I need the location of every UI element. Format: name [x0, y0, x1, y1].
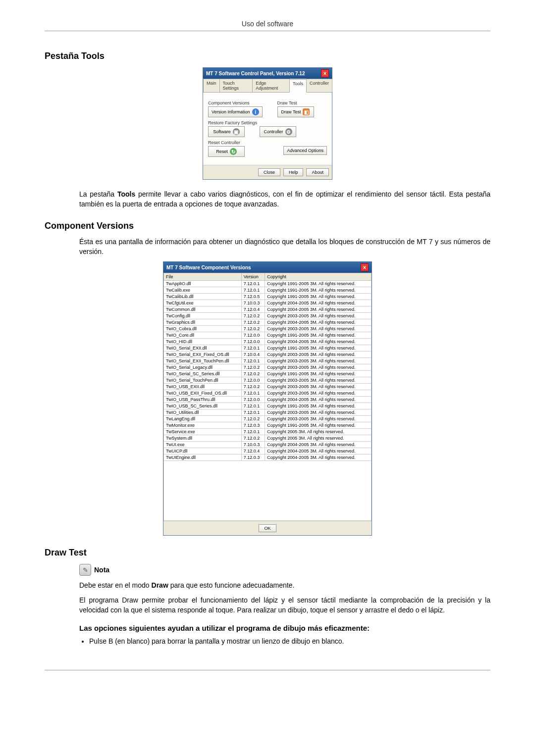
- cell-copyright: Copyright 2004-2005 3M. All rights reser…: [265, 454, 372, 461]
- help-button[interactable]: Help: [283, 168, 304, 176]
- window-footer: OK: [163, 521, 372, 535]
- cell-file: TwConfig.dll: [164, 313, 242, 319]
- table-row[interactable]: TwUI.exe7.10.0.3Copyright 2004-2005 3M. …: [164, 442, 372, 448]
- table-row[interactable]: TwCalib.exe7.12.0.1Copyright 1991-2005 3…: [164, 287, 372, 294]
- group-reset-controller: Reset Controller: [208, 140, 327, 145]
- button-label: Version Information: [212, 109, 250, 114]
- col-copyright[interactable]: Copyright: [265, 273, 372, 281]
- table-row[interactable]: TwCalibLib.dll7.12.0.5Copyright 1991-200…: [164, 294, 372, 300]
- ok-button[interactable]: OK: [259, 524, 276, 532]
- cell-version: 7.12.0.1: [241, 429, 265, 435]
- cell-copyright: Copyright 2003-2005 3M. All rights reser…: [265, 364, 372, 371]
- cell-file: TwCalibLib.dll: [164, 294, 242, 300]
- reset-button[interactable]: Reset ↻: [208, 146, 245, 157]
- table-row[interactable]: TwIO_Serial_EXII_TouchPen.dll7.12.0.1Cop…: [164, 358, 372, 364]
- cell-copyright: Copyright 2004-2005 3M. All rights reser…: [265, 442, 372, 448]
- cell-file: TwUIEngine.dll: [164, 454, 242, 461]
- table-row[interactable]: TwIO_Serial_Legacy.dll7.12.0.2Copyright …: [164, 364, 372, 371]
- table-row[interactable]: TwCommon.dll7.12.0.4Copyright 2004-2005 …: [164, 306, 372, 313]
- window-titlebar: MT 7 Software Component Versions ×: [163, 262, 372, 273]
- tab-controller[interactable]: Controller: [306, 79, 332, 92]
- software-button[interactable]: Software ▣: [208, 126, 245, 137]
- tabs-row: Main Touch Settings Edge Adjustment Tool…: [203, 79, 332, 93]
- table-row[interactable]: TwIO_Core.dll7.12.0.0Copyright 1991-2005…: [164, 332, 372, 339]
- section-component-versions-heading: Component Versions: [45, 221, 490, 231]
- close-button[interactable]: Close: [258, 168, 280, 176]
- tab-main[interactable]: Main: [203, 79, 220, 92]
- draw-bullets: Pulse B (en blanco) para borrar la panta…: [79, 637, 490, 645]
- table-row[interactable]: TwGraphics.dll7.12.0.2Copyright 2004-200…: [164, 319, 372, 326]
- tab-body: Component Versions Version Information i…: [203, 93, 332, 165]
- advanced-options-button[interactable]: Advanced Options: [283, 146, 327, 155]
- pencil-icon: ✎: [79, 564, 91, 576]
- controller-icon: ⚙: [285, 128, 292, 135]
- reset-icon: ↻: [230, 148, 237, 155]
- col-file[interactable]: File: [164, 273, 242, 281]
- table-row[interactable]: TwSystem.dll7.12.0.2Copyright 2005 3M. A…: [164, 435, 372, 442]
- table-row[interactable]: TwIO_USB_PassThru.dll7.12.0.0Copyright 2…: [164, 397, 372, 403]
- cell-version: 7.12.0.1: [241, 345, 265, 352]
- group-draw-test: Draw Test: [277, 101, 314, 105]
- table-row[interactable]: TwIO_Serial_EXII.dll7.12.0.1Copyright 19…: [164, 345, 372, 352]
- cell-version: 7.12.0.2: [241, 326, 265, 332]
- table-blank-area: [163, 461, 372, 521]
- version-information-button[interactable]: Version Information i: [208, 106, 263, 117]
- tab-edge-adjustment[interactable]: Edge Adjustment: [252, 79, 290, 92]
- table-row[interactable]: TwService.exe7.12.0.1Copyright 2005 3M. …: [164, 429, 372, 435]
- cell-copyright: Copyright 2004-2005 3M. All rights reser…: [265, 448, 372, 454]
- cell-copyright: Copyright 2004-2005 3M. All rights reser…: [265, 339, 372, 345]
- close-icon[interactable]: ×: [321, 69, 329, 77]
- cell-version: 7.12.0.1: [241, 409, 265, 416]
- tab-tools[interactable]: Tools: [289, 79, 307, 93]
- table-row[interactable]: TwIO_Serial_TouchPen.dll7.12.0.0Copyrigh…: [164, 377, 372, 384]
- table-row[interactable]: TwUIEngine.dll7.12.0.3Copyright 2004-200…: [164, 454, 372, 461]
- cell-copyright: Copyright 2003-2005 3M. All rights reser…: [265, 377, 372, 384]
- cell-copyright: Copyright 1991-2005 3M. All rights reser…: [265, 332, 372, 339]
- table-row[interactable]: TwIO_Serial_SC_Series.dll7.12.0.2Copyrig…: [164, 371, 372, 377]
- tools-paragraph: La pestaña Tools permite llevar a cabo v…: [79, 190, 490, 209]
- table-row[interactable]: TwUICP.dll7.12.0.4Copyright 2004-2005 3M…: [164, 448, 372, 454]
- cell-file: TwCalib.exe: [164, 287, 242, 294]
- cell-version: 7.10.0.4: [241, 352, 265, 358]
- table-row[interactable]: TwIO_HID.dll7.12.0.0Copyright 2004-2005 …: [164, 339, 372, 345]
- cell-copyright: Copyright 2003-2005 3M. All rights reser…: [265, 313, 372, 319]
- controller-button[interactable]: Controller ⚙: [260, 126, 296, 137]
- cell-version: 7.12.0.1: [241, 390, 265, 397]
- window-title: MT 7 Software Component Versions: [166, 265, 251, 270]
- table-row[interactable]: TwMonitor.exe7.12.0.3Copyright 1991-2005…: [164, 422, 372, 429]
- cell-file: TwIO_Serial_EXII_Fixed_OS.dll: [164, 352, 242, 358]
- close-icon[interactable]: ×: [361, 263, 369, 271]
- draw-subhead: Las opciones siguientes ayudan a utiliza…: [79, 624, 490, 632]
- cell-file: TwService.exe: [164, 429, 242, 435]
- table-row[interactable]: TwIO_USB_EXII.dll7.12.0.2Copyright 2003-…: [164, 384, 372, 390]
- cell-file: TwIO_HID.dll: [164, 339, 242, 345]
- window-titlebar: MT 7 Software Control Panel, Version 7.1…: [203, 68, 332, 79]
- cell-copyright: Copyright 1991-2005 3M. All rights reser…: [265, 422, 372, 429]
- cell-version: 7.12.0.1: [241, 358, 265, 364]
- cell-version: 7.10.0.3: [241, 300, 265, 306]
- table-row[interactable]: TwIO_Cobra.dll7.12.0.2Copyright 2003-200…: [164, 326, 372, 332]
- button-label: Advanced Options: [287, 148, 323, 153]
- about-button[interactable]: About: [306, 168, 329, 176]
- table-row[interactable]: TwApplIO.dll7.12.0.1Copyright 1991-2005 …: [164, 281, 372, 287]
- cell-version: 7.12.0.4: [241, 306, 265, 313]
- cell-file: TwSystem.dll: [164, 435, 242, 442]
- table-row[interactable]: TwIO_USB_SC_Series.dll7.12.0.1Copyright …: [164, 403, 372, 409]
- cell-copyright: Copyright 1991-2005 3M. All rights reser…: [265, 371, 372, 377]
- cell-file: TwCommon.dll: [164, 306, 242, 313]
- table-row[interactable]: TwIO_Utilities.dll7.12.0.1Copyright 2003…: [164, 409, 372, 416]
- cell-copyright: Copyright 2003-2005 3M. All rights reser…: [265, 384, 372, 390]
- tab-touch-settings[interactable]: Touch Settings: [219, 79, 253, 92]
- table-row[interactable]: TwIO_USB_EXII_Fixed_OS.dll7.12.0.1Copyri…: [164, 390, 372, 397]
- table-row[interactable]: TwIO_Serial_EXII_Fixed_OS.dll7.10.0.4Cop…: [164, 352, 372, 358]
- note-row: ✎ Nota: [79, 564, 490, 576]
- col-version[interactable]: Version: [241, 273, 265, 281]
- table-row[interactable]: TwConfig.dll7.12.0.2Copyright 2003-2005 …: [164, 313, 372, 319]
- table-row[interactable]: TwLangEng.dll7.12.0.2Copyright 2003-2005…: [164, 416, 372, 422]
- cell-copyright: Copyright 2003-2005 3M. All rights reser…: [265, 416, 372, 422]
- cell-file: TwIO_Serial_SC_Series.dll: [164, 371, 242, 377]
- table-row[interactable]: TwCfgUtil.exe7.10.0.3Copyright 2004-2005…: [164, 300, 372, 306]
- cell-file: TwUICP.dll: [164, 448, 242, 454]
- text: para que esto funcione adecuadamente.: [168, 581, 295, 589]
- draw-test-button[interactable]: Draw Test ◧: [277, 106, 314, 117]
